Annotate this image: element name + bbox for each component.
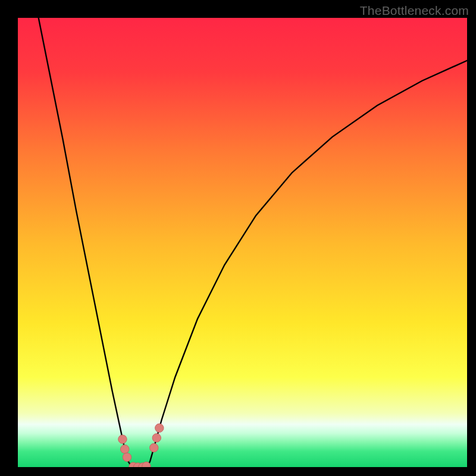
marker-group xyxy=(118,424,164,467)
data-marker xyxy=(118,435,127,443)
bottleneck-curve xyxy=(36,18,467,467)
curve-layer xyxy=(18,18,467,467)
plot-area xyxy=(18,18,467,467)
data-marker xyxy=(120,445,129,453)
watermark-label: TheBottleneck.com xyxy=(360,4,469,18)
chart-frame: TheBottleneck.com xyxy=(0,0,476,476)
data-marker xyxy=(150,443,158,452)
data-marker xyxy=(152,434,161,442)
data-marker xyxy=(123,453,131,461)
data-marker xyxy=(155,424,164,432)
